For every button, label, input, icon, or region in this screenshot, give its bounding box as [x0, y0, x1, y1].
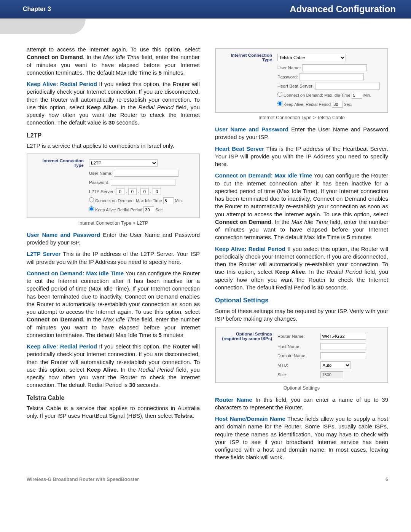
ip-oct[interactable]: [128, 188, 137, 195]
heading-telstra: Telstra Cable: [27, 395, 200, 401]
user-input[interactable]: [114, 170, 178, 177]
router-name-input[interactable]: [320, 333, 366, 340]
para: User Name and Password Enter the User Na…: [215, 126, 388, 141]
cod-value[interactable]: [163, 197, 174, 204]
ip-oct[interactable]: [116, 188, 124, 195]
ka-radio[interactable]: [89, 206, 94, 211]
para: Some of these settings may be required b…: [215, 307, 388, 323]
para: Heart Beat Server This is the IP address…: [215, 145, 388, 168]
ka-radio[interactable]: [277, 101, 282, 106]
caption-l2tp: Internet Connection Type > L2TP: [27, 220, 200, 226]
left-column: attempt to access the Internet again. To…: [27, 46, 200, 465]
header-bar: Chapter 3 Advanced Configuration: [0, 0, 411, 19]
cod-radio[interactable]: [277, 92, 282, 97]
screenshot-optional: Optional Settings(required by some ISPs)…: [215, 327, 388, 383]
size-input: [320, 371, 343, 378]
right-column: Internet Connection Type Telstra Cable U…: [215, 46, 388, 465]
para: L2TP is a service that applies to connec…: [27, 142, 200, 150]
para: Telstra Cable is a service that applies …: [27, 404, 200, 420]
tab-decor: [0, 19, 86, 34]
para: attempt to access the Internet again. To…: [27, 46, 200, 77]
para: Keep Alive: Redial Period If you select …: [27, 80, 200, 127]
para: Router Name In this field, you can enter…: [215, 396, 388, 412]
screenshot-l2tp: Internet Connection Type L2TP User Name:…: [27, 153, 200, 218]
screenshot-telstra: Internet Connection Type Telstra Cable U…: [215, 48, 388, 113]
page-number: 6: [386, 477, 388, 482]
ka-value[interactable]: [332, 101, 342, 108]
cod-value[interactable]: [352, 92, 362, 99]
para: Host Name/Domain Name These fields allow…: [215, 415, 388, 462]
chapter-label: Chapter 3: [23, 6, 51, 13]
footer-product: Wireless-G Broadband Router with SpeedBo…: [27, 477, 139, 482]
heading-optional: Optional Settings: [215, 297, 388, 304]
user-input[interactable]: [302, 64, 367, 71]
ip-oct[interactable]: [153, 188, 161, 195]
footer: Wireless-G Broadband Router with SpeedBo…: [0, 465, 411, 482]
para: L2TP Server This is the IP address of th…: [27, 250, 200, 266]
cod-radio[interactable]: [89, 197, 94, 202]
para: User Name and Password Enter the User Na…: [27, 231, 200, 247]
mtu-select[interactable]: Auto: [320, 361, 351, 369]
host-name-input[interactable]: [320, 343, 366, 350]
pass-input[interactable]: [299, 73, 364, 80]
heading-l2tp: L2TP: [27, 132, 200, 139]
caption-telstra: Internet Connection Type > Telstra Cable: [215, 115, 388, 120]
para: Keep Alive: Redial Period If you select …: [215, 245, 388, 292]
para: Connect on Demand: Max Idle Time You can…: [215, 172, 388, 241]
para: Connect on Demand: Max Idle Time You can…: [27, 270, 200, 339]
hbs-input[interactable]: [315, 83, 380, 89]
caption-optional: Optional Settings: [215, 385, 388, 391]
ka-value[interactable]: [143, 206, 154, 213]
ip-oct[interactable]: [140, 188, 149, 195]
domain-name-input[interactable]: [320, 352, 366, 359]
ict-select[interactable]: L2TP: [89, 159, 158, 167]
page-title: Advanced Configuration: [290, 4, 396, 14]
pass-input[interactable]: [111, 179, 175, 186]
para: Keep Alive: Redial Period If you select …: [27, 343, 200, 389]
ict-select[interactable]: Telstra Cable: [277, 54, 346, 61]
